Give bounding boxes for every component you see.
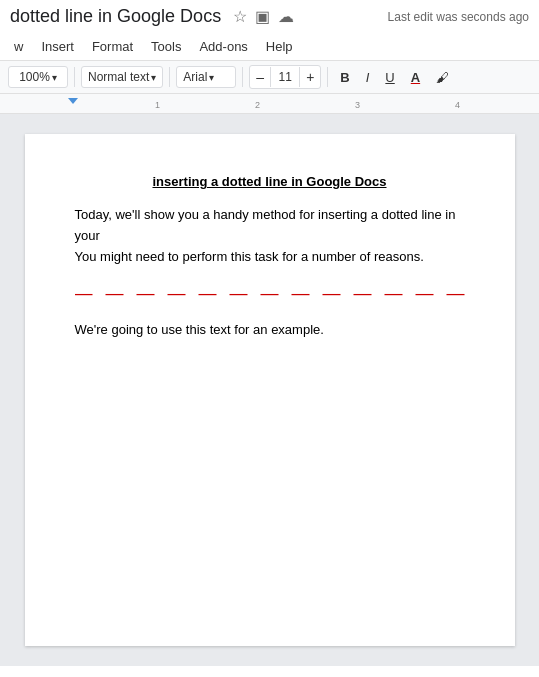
ruler-mark-3: 3 bbox=[355, 100, 360, 110]
menu-item-insert[interactable]: Insert bbox=[33, 35, 82, 58]
bold-button[interactable]: B bbox=[334, 67, 355, 88]
title-icons: ☆ ▣ ☁ bbox=[233, 7, 294, 26]
style-chevron-icon bbox=[151, 70, 156, 84]
zoom-value: 100% bbox=[19, 70, 50, 84]
document-heading: inserting a dotted line in Google Docs bbox=[75, 174, 465, 189]
doc-title: dotted line in Google Docs bbox=[10, 6, 221, 27]
folder-icon[interactable]: ▣ bbox=[255, 7, 270, 26]
dotted-line-decoration: — — — — — — — — — — — — — — bbox=[75, 283, 465, 304]
toolbar-sep-1 bbox=[74, 67, 75, 87]
menu-bar: w Insert Format Tools Add-ons Help bbox=[0, 33, 539, 61]
para1b-text: You might need to perform this task for … bbox=[75, 249, 424, 264]
menu-item-format[interactable]: Format bbox=[84, 35, 141, 58]
menu-item-help[interactable]: Help bbox=[258, 35, 301, 58]
para1-text: Today, we'll show you a handy method for… bbox=[75, 207, 456, 243]
toolbar-sep-2 bbox=[169, 67, 170, 87]
text-style-selector[interactable]: Normal text bbox=[81, 66, 163, 88]
last-edit-status: Last edit was seconds ago bbox=[388, 10, 529, 24]
zoom-group: 100% bbox=[8, 66, 68, 88]
toolbar-sep-4 bbox=[327, 67, 328, 87]
document-paragraph-2: We're going to use this text for an exam… bbox=[75, 320, 465, 341]
ruler-tab-stop[interactable] bbox=[68, 98, 78, 104]
toolbar-sep-3 bbox=[242, 67, 243, 87]
zoom-chevron-icon bbox=[52, 70, 57, 84]
font-group: Arial bbox=[176, 66, 236, 88]
cloud-icon[interactable]: ☁ bbox=[278, 7, 294, 26]
star-icon[interactable]: ☆ bbox=[233, 7, 247, 26]
style-group: Normal text bbox=[81, 66, 163, 88]
ruler-mark-4: 4 bbox=[455, 100, 460, 110]
ruler: 1 2 3 4 bbox=[0, 94, 539, 114]
italic-button[interactable]: I bbox=[360, 67, 376, 88]
menu-item-file[interactable]: w bbox=[6, 35, 31, 58]
font-size-group: – 11 + bbox=[249, 65, 321, 89]
font-size-value: 11 bbox=[270, 67, 300, 87]
font-size-decrease-button[interactable]: – bbox=[250, 66, 270, 88]
font-color-label: A bbox=[411, 70, 420, 85]
document-page: inserting a dotted line in Google Docs T… bbox=[25, 134, 515, 646]
document-paragraph-1: Today, we'll show you a handy method for… bbox=[75, 205, 465, 267]
text-style-value: Normal text bbox=[88, 70, 149, 84]
font-size-increase-button[interactable]: + bbox=[300, 66, 320, 88]
highlight-button[interactable]: 🖌 bbox=[430, 67, 455, 88]
font-selector[interactable]: Arial bbox=[176, 66, 236, 88]
menu-item-addons[interactable]: Add-ons bbox=[191, 35, 255, 58]
ruler-mark-2: 2 bbox=[255, 100, 260, 110]
toolbar: 100% Normal text Arial – 11 + B I U A 🖌 bbox=[0, 61, 539, 94]
menu-item-tools[interactable]: Tools bbox=[143, 35, 189, 58]
ruler-mark-1: 1 bbox=[155, 100, 160, 110]
zoom-selector[interactable]: 100% bbox=[8, 66, 68, 88]
font-color-button[interactable]: A bbox=[405, 67, 426, 88]
title-bar: dotted line in Google Docs ☆ ▣ ☁ Last ed… bbox=[0, 0, 539, 33]
document-area: inserting a dotted line in Google Docs T… bbox=[0, 114, 539, 666]
underline-button[interactable]: U bbox=[379, 67, 400, 88]
font-value: Arial bbox=[183, 70, 207, 84]
font-chevron-icon bbox=[209, 70, 214, 84]
